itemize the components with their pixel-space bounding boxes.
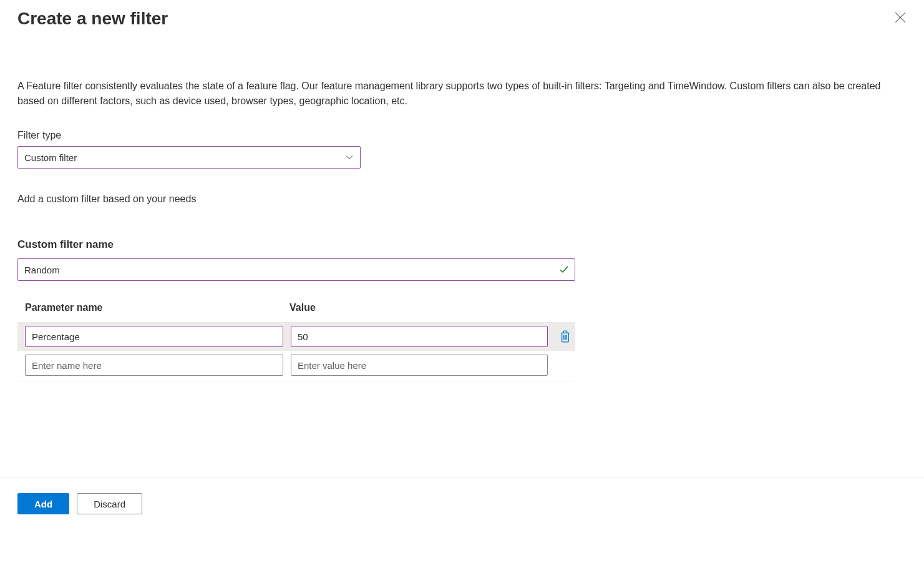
parameter-value-header: Value bbox=[289, 302, 547, 313]
filter-type-select[interactable]: Custom filter bbox=[17, 146, 361, 169]
table-divider bbox=[17, 381, 575, 381]
close-button[interactable] bbox=[890, 7, 910, 27]
close-icon bbox=[895, 12, 906, 23]
parameter-name-input[interactable] bbox=[25, 326, 283, 347]
parameters-table: Parameter name Value bbox=[17, 302, 575, 380]
footer-actions: Add Discard bbox=[0, 478, 924, 529]
filter-type-label: Filter type bbox=[17, 130, 907, 141]
delete-parameter-button[interactable] bbox=[555, 326, 575, 346]
description-text: A Feature filter consistently evaluates … bbox=[17, 79, 907, 109]
parameter-row bbox=[17, 322, 575, 351]
parameter-value-input-empty[interactable] bbox=[291, 355, 548, 376]
trash-icon bbox=[560, 330, 571, 343]
discard-button[interactable]: Discard bbox=[77, 493, 142, 514]
parameter-name-header: Parameter name bbox=[25, 302, 289, 313]
add-button[interactable]: Add bbox=[17, 493, 69, 514]
chevron-down-icon bbox=[345, 153, 354, 162]
checkmark-icon bbox=[559, 265, 569, 275]
custom-filter-name-label: Custom filter name bbox=[17, 238, 907, 251]
parameter-value-input[interactable] bbox=[291, 326, 548, 347]
filter-type-helper: Add a custom filter based on your needs bbox=[17, 194, 907, 205]
filter-type-selected-text: Custom filter bbox=[24, 152, 77, 163]
custom-filter-name-input[interactable] bbox=[17, 258, 575, 281]
parameter-name-input-empty[interactable] bbox=[25, 355, 283, 376]
page-title: Create a new filter bbox=[17, 9, 168, 29]
parameter-row-empty bbox=[17, 351, 575, 380]
